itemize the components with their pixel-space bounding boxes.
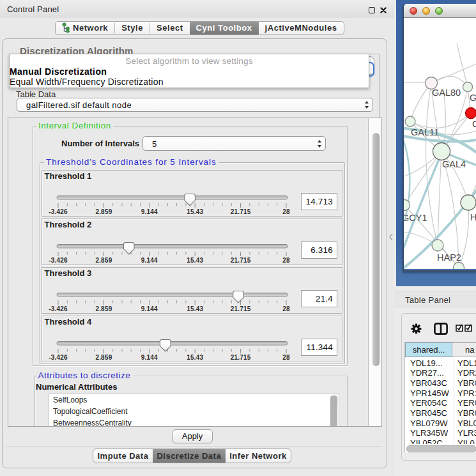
- svg-text:GAL11: GAL11: [411, 127, 439, 137]
- svg-text:HAP2: HAP2: [437, 252, 461, 263]
- svg-text:CY: CY: [472, 119, 476, 129]
- svg-text:GAL4: GAL4: [442, 159, 466, 169]
- svg-text:HI: HI: [470, 212, 476, 222]
- svg-text:GAL80: GAL80: [432, 88, 461, 98]
- svg-text:GCY1: GCY1: [404, 213, 427, 223]
- svg-text:GAL1: GAL1: [470, 93, 476, 103]
